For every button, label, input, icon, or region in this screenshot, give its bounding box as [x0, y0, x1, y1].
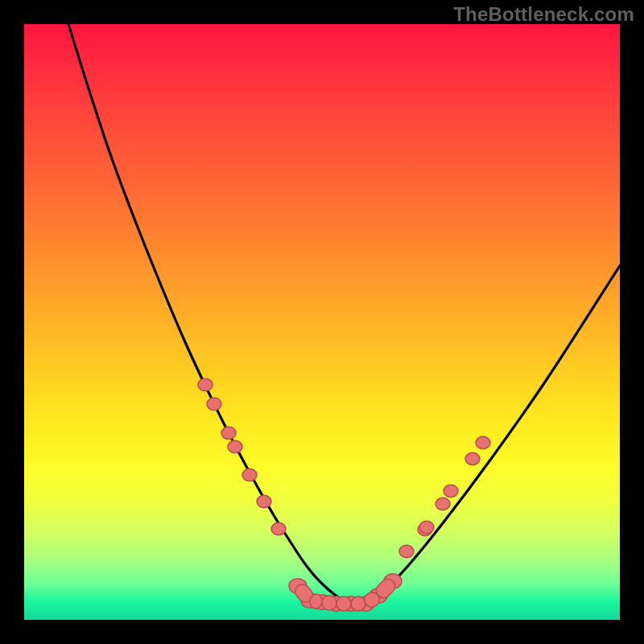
curve-layer — [24, 24, 620, 620]
bead-dot — [271, 522, 286, 535]
bead-markers — [198, 378, 490, 611]
bead-dot — [257, 495, 271, 507]
bead-connector — [351, 597, 365, 611]
bead-dot — [419, 521, 434, 533]
bead-dot — [399, 545, 414, 557]
bead-dot — [198, 378, 213, 390]
bead-connector — [336, 597, 351, 611]
bead-dot — [207, 398, 221, 410]
bead-dot — [221, 427, 236, 439]
bead-dot — [242, 469, 257, 481]
chart-frame: TheBottleneck.com — [0, 0, 644, 644]
bottleneck-curve — [68, 24, 620, 605]
plot-area — [24, 24, 620, 620]
bead-dot — [436, 497, 450, 510]
bead-dot — [465, 452, 480, 464]
bead-dot — [476, 436, 490, 448]
bead-dot — [444, 485, 458, 497]
bead-dot — [228, 440, 242, 452]
watermark-text: TheBottleneck.com — [453, 3, 634, 26]
